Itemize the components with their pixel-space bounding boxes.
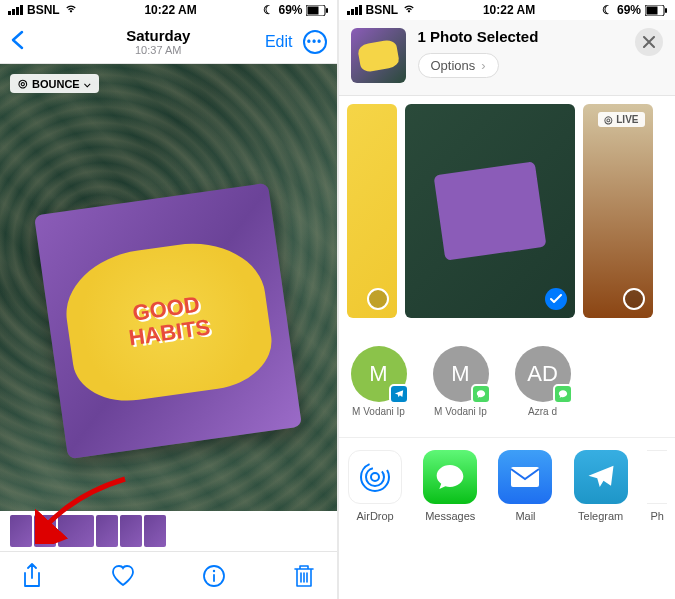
app-label: Mail	[515, 510, 535, 522]
wifi-icon	[64, 2, 78, 19]
app-photos-partial[interactable]: Ph	[647, 450, 667, 522]
selection-circle-icon[interactable]	[367, 288, 389, 310]
contact-item[interactable]: AD Azra d	[511, 346, 575, 417]
share-apps-row: AirDrop Messages Mail Telegram Ph	[339, 437, 676, 534]
app-label: Ph	[650, 510, 663, 522]
selection-circle-icon[interactable]	[623, 288, 645, 310]
app-mail[interactable]: Mail	[497, 450, 554, 522]
share-contacts-row: M M Vodani Ip M M Vodani Ip AD	[339, 334, 676, 429]
thumbnail[interactable]	[34, 515, 56, 547]
avatar: M	[433, 346, 489, 402]
svg-rect-12	[511, 467, 539, 487]
photos-icon	[647, 450, 667, 504]
concentric-circles-icon: ◎	[604, 114, 613, 125]
picker-photo[interactable]: ◎ LIVE	[583, 104, 653, 318]
thumbnail[interactable]	[10, 515, 32, 547]
options-label: Options	[431, 58, 476, 73]
svg-point-10	[366, 468, 384, 486]
battery-icon	[306, 5, 328, 16]
status-bar: BSNL 10:22 AM ☾ 69%	[339, 0, 676, 20]
status-bar: BSNL 10:22 AM ☾ 69%	[0, 0, 337, 20]
status-time: 10:22 AM	[144, 3, 196, 17]
svg-point-4	[212, 569, 214, 571]
live-badge: ◎ LIVE	[598, 112, 644, 127]
signal-bars-icon	[8, 5, 23, 15]
app-messages[interactable]: Messages	[422, 450, 479, 522]
share-sheet-header: 1 Photo Selected Options ›	[339, 20, 676, 96]
carrier-label: BSNL	[366, 3, 399, 17]
thumbnail[interactable]	[96, 515, 118, 547]
messages-icon	[423, 450, 477, 504]
edit-button[interactable]: Edit	[265, 33, 293, 51]
signal-bars-icon	[347, 5, 362, 15]
telegram-badge-icon	[389, 384, 409, 404]
photo-detail-screen: BSNL 10:22 AM ☾ 69% Saturday 10:37 AM Ed…	[0, 0, 337, 599]
concentric-circles-icon: ◎	[18, 77, 28, 90]
thumbnail[interactable]	[144, 515, 166, 547]
app-label: AirDrop	[356, 510, 393, 522]
contact-name: M Vodani Ip	[434, 406, 487, 417]
photo-viewer[interactable]: ◎ BOUNCE ⌵ GOODHABITS	[0, 64, 337, 511]
back-button[interactable]	[10, 36, 24, 53]
share-button[interactable]	[20, 564, 44, 588]
bottom-toolbar	[0, 551, 337, 599]
status-time: 10:22 AM	[483, 3, 535, 17]
nav-bar: Saturday 10:37 AM Edit •••	[0, 20, 337, 64]
contact-name: Azra d	[528, 406, 557, 417]
share-title: 1 Photo Selected	[418, 28, 664, 45]
messages-badge-icon	[553, 384, 573, 404]
avatar: M	[351, 346, 407, 402]
bounce-label: BOUNCE	[32, 78, 80, 90]
app-telegram[interactable]: Telegram	[572, 450, 629, 522]
svg-rect-8	[665, 8, 667, 13]
messages-badge-icon	[471, 384, 491, 404]
airdrop-icon	[348, 450, 402, 504]
info-button[interactable]	[202, 564, 226, 588]
options-button[interactable]: Options ›	[418, 53, 499, 78]
mail-icon	[498, 450, 552, 504]
photo-picker-strip[interactable]: ◎ LIVE	[339, 96, 676, 326]
more-button[interactable]: •••	[303, 30, 327, 54]
avatar: AD	[515, 346, 571, 402]
favorite-button[interactable]	[111, 564, 135, 588]
carrier-label: BSNL	[27, 3, 60, 17]
contact-name: M Vodani Ip	[352, 406, 405, 417]
svg-point-9	[371, 473, 379, 481]
chevron-down-icon: ⌵	[84, 77, 91, 90]
contact-item[interactable]: M M Vodani Ip	[347, 346, 411, 417]
svg-rect-1	[308, 6, 319, 14]
moon-icon: ☾	[263, 3, 274, 17]
svg-rect-2	[326, 8, 328, 13]
battery-icon	[645, 5, 667, 16]
svg-rect-7	[646, 6, 657, 14]
thumbnail-strip[interactable]	[0, 511, 337, 551]
app-label: Messages	[425, 510, 475, 522]
nav-subtitle: 10:37 AM	[60, 44, 257, 56]
live-photo-mode-button[interactable]: ◎ BOUNCE ⌵	[10, 74, 99, 93]
selection-check-icon[interactable]	[545, 288, 567, 310]
picker-photo-selected[interactable]	[405, 104, 575, 318]
thumbnail-current[interactable]	[58, 515, 94, 547]
close-button[interactable]	[635, 28, 663, 56]
nav-title: Saturday	[60, 27, 257, 44]
share-sheet-screen: BSNL 10:22 AM ☾ 69% 1 Photo Selected Opt…	[339, 0, 676, 599]
chevron-right-icon: ›	[481, 58, 485, 73]
picker-photo[interactable]	[347, 104, 397, 318]
battery-percent: 69%	[278, 3, 302, 17]
app-airdrop[interactable]: AirDrop	[347, 450, 404, 522]
moon-icon: ☾	[602, 3, 613, 17]
app-label: Telegram	[578, 510, 623, 522]
wifi-icon	[402, 2, 416, 19]
delete-button[interactable]	[292, 564, 316, 588]
contact-item[interactable]: M M Vodani Ip	[429, 346, 493, 417]
battery-percent: 69%	[617, 3, 641, 17]
thumbnail[interactable]	[120, 515, 142, 547]
selected-photo-thumb	[351, 28, 406, 83]
telegram-icon	[574, 450, 628, 504]
